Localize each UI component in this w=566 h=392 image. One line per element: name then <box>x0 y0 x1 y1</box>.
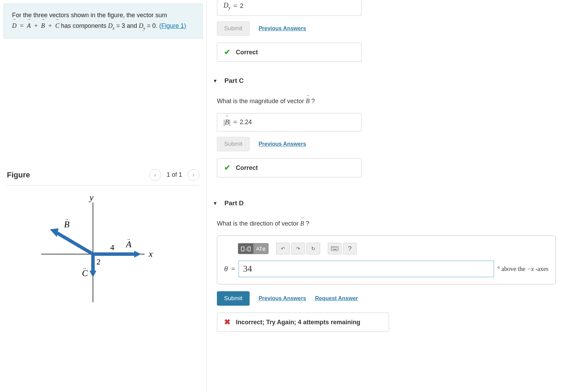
svg-marker-10 <box>90 271 96 277</box>
figure-title: Figure <box>7 171 30 179</box>
partD-status: ✖ Incorrect; Try Again; 4 attempts remai… <box>217 313 389 332</box>
partC-question: What is the magnitude of vector B ? <box>217 98 556 105</box>
svg-marker-5 <box>134 251 141 258</box>
figure-prev-button[interactable]: ‹ <box>149 169 161 181</box>
greek-button[interactable]: ΑΣφ <box>253 243 268 254</box>
partB-previous-answers-link[interactable]: Previous Answers <box>259 25 306 32</box>
partD-header[interactable]: ▼ Part D <box>207 195 556 212</box>
partB-answer-box: Dy = 2 <box>217 0 361 16</box>
templates-button[interactable]: √ <box>238 243 253 254</box>
partC-answer-box: |B| = 2.24 <box>217 113 361 131</box>
partD-question: What is the direction of vector B ? <box>217 220 556 227</box>
svg-line-14 <box>57 233 93 254</box>
caret-down-icon: ▼ <box>213 200 218 206</box>
vec-C: C <box>55 21 59 31</box>
vec-A: A <box>27 21 31 31</box>
partC-status: ✔ Correct <box>217 158 361 177</box>
partD-answer-input[interactable]: 34 <box>239 261 494 277</box>
svg-rect-23 <box>333 247 334 248</box>
partC-submit-button[interactable]: Submit <box>217 137 250 151</box>
figure-count: 1 of 1 <box>167 171 182 178</box>
svg-text:√: √ <box>245 247 248 251</box>
caret-down-icon: ▼ <box>213 78 218 84</box>
keyboard-button[interactable] <box>328 243 342 254</box>
svg-rect-18 <box>241 247 244 251</box>
partB-submit-button[interactable]: Submit <box>217 21 250 36</box>
svg-text:4: 4 <box>110 243 114 252</box>
svg-rect-24 <box>335 247 335 248</box>
reset-button[interactable]: ↻ <box>306 243 320 254</box>
figure-link[interactable]: (Figure 1) <box>159 22 186 29</box>
figure-next-button[interactable]: › <box>188 169 199 181</box>
partC-previous-answers-link[interactable]: Previous Answers <box>259 141 306 147</box>
svg-text:→: → <box>64 217 69 222</box>
svg-rect-25 <box>336 247 337 248</box>
svg-rect-26 <box>333 249 337 250</box>
help-button[interactable]: ? <box>343 243 357 254</box>
partD-submit-button[interactable]: Submit <box>217 291 250 306</box>
partD-unit: ° above the −x -axes <box>497 265 548 273</box>
vec-B: B <box>41 21 45 31</box>
partD-previous-answers-link[interactable]: Previous Answers <box>259 295 306 302</box>
svg-text:y: y <box>88 193 94 203</box>
partD-editor: √ ΑΣφ ↶ ↷ ↻ ? θ = 3 <box>217 236 556 284</box>
x-icon: ✖ <box>224 318 230 327</box>
svg-rect-20 <box>248 247 250 251</box>
svg-text:→: → <box>82 265 87 271</box>
svg-rect-21 <box>331 247 338 251</box>
redo-button[interactable]: ↷ <box>291 243 305 254</box>
svg-text:x: x <box>148 249 153 259</box>
check-icon: ✔ <box>224 48 230 57</box>
svg-rect-22 <box>332 247 333 248</box>
figure-image: y x 4 A → 2 C → B <box>7 185 199 311</box>
svg-marker-15 <box>50 228 59 237</box>
partD-request-answer-link[interactable]: Request Answer <box>315 295 358 302</box>
check-icon: ✔ <box>224 163 230 172</box>
undo-button[interactable]: ↶ <box>276 243 290 254</box>
partB-status: ✔ Correct <box>217 43 361 62</box>
svg-text:→: → <box>126 237 131 242</box>
svg-text:2: 2 <box>96 257 101 266</box>
vec-D: D <box>12 21 17 31</box>
problem-intro: For the three vectors shown in the figur… <box>12 12 167 19</box>
partC-header[interactable]: ▼ Part C <box>207 72 556 89</box>
problem-statement: For the three vectors shown in the figur… <box>3 3 203 39</box>
